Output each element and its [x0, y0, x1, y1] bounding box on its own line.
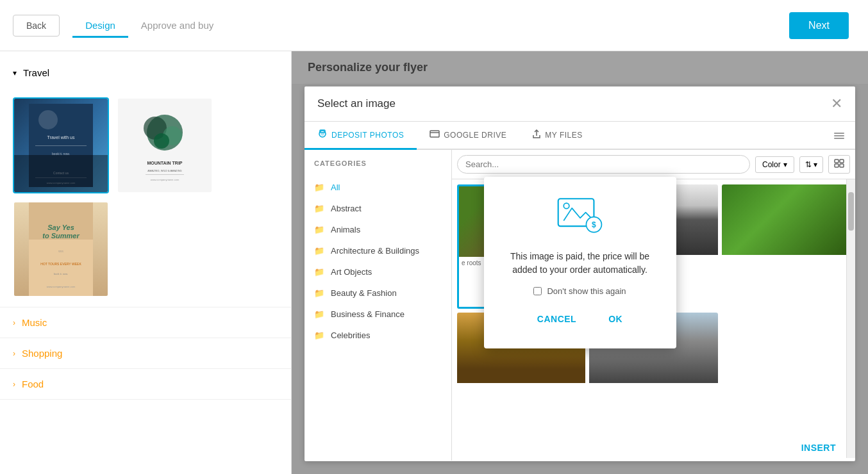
shopping-section-label: Shopping: [22, 348, 62, 359]
green-tree-image: [722, 184, 850, 255]
template-card-travel-2[interactable]: MOUNTAIN TRIP AMAZING, WILD & AMAZING ww…: [117, 97, 213, 193]
folder-icon-all: 📁: [314, 183, 324, 192]
paid-image-icon: $: [555, 196, 606, 234]
svg-text:www.companyname.com: www.companyname.com: [151, 178, 179, 181]
svg-text:≈≈≈: ≈≈≈: [58, 249, 63, 253]
ok-button[interactable]: OK: [599, 309, 632, 329]
main-content-area: Personalize your flyer Select an image ✕: [292, 51, 868, 474]
travel-section-header[interactable]: ▾ Travel: [0, 58, 291, 88]
folder-icon-art: 📁: [314, 267, 324, 277]
folder-icon-architecture: 📁: [314, 246, 324, 256]
cat-item-all[interactable]: 📁 All: [305, 177, 451, 198]
image-search-input[interactable]: [457, 155, 750, 174]
insert-button[interactable]: INSERT: [801, 443, 836, 453]
svg-rect-15: [146, 174, 184, 175]
template-thumbnail-3: Say Yes to Summer ≈≈≈ HOT TOURS EVERY WE…: [14, 202, 108, 296]
svg-text:www.companyname.com: www.companyname.com: [47, 285, 76, 288]
svg-text:Say Yes: Say Yes: [47, 224, 74, 231]
cat-item-beauty[interactable]: 📁 Beauty & Fashion: [305, 282, 451, 304]
svg-rect-28: [430, 131, 439, 137]
travel-section-label: Travel: [23, 67, 49, 78]
picker-tabs: DEPOSIT PHOTOS GOOGLE DRIVE: [305, 122, 855, 150]
svg-text:Travel with us: Travel with us: [47, 135, 75, 140]
food-section-header[interactable]: › Food: [0, 369, 291, 399]
cat-item-architecture[interactable]: 📁 Architecture & Buildings: [305, 240, 451, 261]
dont-show-label: Don't show this again: [547, 286, 626, 296]
cancel-button[interactable]: CANCEL: [528, 309, 586, 329]
svg-text:book it. now.: book it. now.: [54, 272, 68, 275]
chevron-right-icon-shopping: ›: [13, 349, 15, 358]
image-thumb-3[interactable]: [722, 184, 850, 309]
music-section: › Music: [0, 307, 291, 338]
picker-panel-header: Select an image ✕: [305, 86, 855, 122]
tab-google-drive[interactable]: GOOGLE DRIVE: [417, 122, 519, 150]
back-button[interactable]: Back: [13, 15, 60, 37]
picker-close-button[interactable]: ✕: [831, 95, 842, 112]
svg-rect-34: [835, 159, 839, 163]
camera-icon: [317, 129, 328, 140]
chevron-right-icon: ›: [13, 318, 15, 327]
svg-text:to Summer: to Summer: [42, 232, 79, 240]
next-button[interactable]: Next: [789, 12, 849, 39]
svg-rect-37: [840, 164, 844, 167]
vertical-scrollbar[interactable]: [846, 179, 855, 458]
dialog-actions: CANCEL OK: [503, 309, 657, 329]
music-section-header[interactable]: › Music: [0, 307, 291, 338]
main-content: ▾ Travel Travel with us book it. now. Co…: [0, 51, 868, 474]
travel-templates: Travel with us book it. now. Contact us …: [0, 88, 291, 307]
svg-text:www.companyname.com: www.companyname.com: [47, 181, 76, 184]
cat-item-abstract[interactable]: 📁 Abstract: [305, 198, 451, 219]
chevron-down-icon: ▾: [13, 69, 17, 78]
cat-item-art[interactable]: 📁 Art Objects: [305, 261, 451, 282]
food-section-label: Food: [22, 379, 44, 389]
dont-show-checkbox[interactable]: [533, 287, 542, 295]
tab-design[interactable]: Design: [72, 15, 128, 38]
tab-approve[interactable]: Approve and buy: [128, 15, 226, 38]
picker-top-right-icons: [833, 122, 855, 149]
svg-rect-33: [834, 138, 844, 139]
drive-tab-label: GOOGLE DRIVE: [444, 131, 506, 140]
ratio-button[interactable]: [828, 155, 850, 174]
sort-button[interactable]: ⇅ ▾: [799, 156, 823, 173]
scrollbar-thumb[interactable]: [848, 192, 854, 231]
svg-rect-32: [834, 135, 844, 136]
sort-icon: ⇅ ▾: [805, 160, 817, 169]
paid-dialog-message: This image is paid, the price will be ad…: [503, 250, 657, 277]
folder-icon-beauty: 📁: [314, 288, 324, 298]
cat-item-business[interactable]: 📁 Business & Finance: [305, 304, 451, 325]
files-tab-label: MY FILES: [545, 131, 582, 140]
folder-icon-business: 📁: [314, 309, 324, 319]
picker-categories: CATEGORIES 📁 All 📁 Abstract 📁 Animals: [305, 150, 452, 461]
cat-item-animals[interactable]: 📁 Animals: [305, 219, 451, 240]
dont-show-row: Don't show this again: [503, 286, 657, 296]
color-filter-button[interactable]: Color ▾: [755, 156, 794, 173]
svg-text:$: $: [592, 220, 596, 229]
shopping-section: › Shopping: [0, 338, 291, 369]
svg-rect-36: [835, 164, 839, 167]
dropdown-chevron: ▾: [783, 160, 787, 169]
paid-icon-wrapper: $: [503, 196, 657, 237]
paid-dialog-box: $ This image is paid, the price will be …: [484, 177, 676, 348]
svg-point-39: [563, 203, 569, 209]
shopping-section-header[interactable]: › Shopping: [0, 338, 291, 368]
template-thumbnail-2: MOUNTAIN TRIP AMAZING, WILD & AMAZING ww…: [118, 99, 212, 192]
picker-title: Select an image: [317, 97, 396, 110]
template-card-travel-1[interactable]: Travel with us book it. now. Contact us …: [13, 97, 109, 193]
template-card-travel-3[interactable]: Say Yes to Summer ≈≈≈ HOT TOURS EVERY WE…: [13, 201, 109, 297]
drive-icon: [430, 129, 440, 140]
template-sidebar: ▾ Travel Travel with us book it. now. Co…: [0, 51, 292, 474]
folder-icon-abstract: 📁: [314, 204, 324, 213]
tab-deposit-photos[interactable]: DEPOSIT PHOTOS: [305, 122, 417, 150]
picker-toolbar: Color ▾ ⇅ ▾: [452, 150, 855, 179]
tab-my-files[interactable]: MY FILES: [519, 122, 595, 150]
svg-point-12: [154, 133, 169, 149]
svg-text:Contact us: Contact us: [53, 171, 69, 175]
upload-icon: [532, 129, 541, 140]
nav-tabs: Design Approve and buy: [72, 14, 226, 37]
folder-icon-celebrities: 📁: [314, 331, 324, 340]
svg-text:book it. now.: book it. now.: [52, 152, 70, 156]
svg-rect-3: [35, 145, 87, 146]
cat-item-celebrities[interactable]: 📁 Celebrities: [305, 325, 451, 346]
folder-icon-animals: 📁: [314, 225, 324, 234]
travel-section: ▾ Travel Travel with us book it. now. Co…: [0, 58, 291, 307]
